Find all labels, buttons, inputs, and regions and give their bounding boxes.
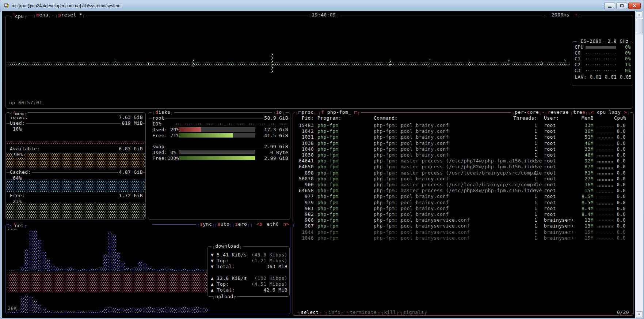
upload-arrow-icon: ▲ [211,275,214,281]
proc-row[interactable]: 1046php-fpmphp-fpm: pool brainyservice.c… [293,235,634,241]
proc-user: root [544,188,556,194]
proc-mem-minigraph [597,196,613,199]
proc-user: root [544,134,556,140]
maximize-button[interactable] [616,3,627,9]
proc-row[interactable]: 64658php-fpmphp-fpm: master process (/et… [293,188,634,194]
interval-decrease-button[interactable]: - [543,12,546,18]
proc-row[interactable]: 64641php-fpmphp-fpm: master process (/et… [293,158,634,164]
proc-row[interactable]: 981php-fpmphp-fpm: pool brainy.conf1root… [293,206,634,211]
close-button[interactable]: ✕ [628,3,641,9]
preset-button[interactable]: preset * [54,12,86,18]
proc-row[interactable]: 64650php-fpmphp-fpm: master process (/et… [293,164,634,170]
tab-mem[interactable]: 2mem [9,109,28,117]
proc-info-button[interactable]: info [325,309,344,315]
mem-available-pct: 90% [13,152,24,158]
proc-row[interactable]: 15483php-fpmphp-fpm: pool brainy.conf1ro… [293,123,634,128]
proc-program: php-fpm [317,194,339,199]
proc-threads: 1 [512,188,537,194]
mem-cached-label: Cached: [10,169,32,175]
cpu-graph-spike [564,59,566,67]
scroll-thumb[interactable] [636,19,643,34]
proc-row[interactable]: 1042php-fpmphp-fpm: pool brainy.conf1roo… [293,128,634,134]
disks-io-toggle[interactable]: io [272,109,286,115]
proc-sort-selector[interactable]: < cpu lazy > [587,109,630,115]
proc-row[interactable]: 900php-fpmphp-fpm: master process (/usr/… [293,182,634,188]
graph-column [20,267,24,271]
disk-free-label: Free:100% [152,155,179,161]
upload-top-row: ▲ Top: [211,281,229,287]
proc-row[interactable]: 987php-fpmphp-fpm: pool brainyservice.co… [293,223,634,229]
scroll-up-icon[interactable]: ▲ [636,11,643,18]
proc-row[interactable]: 979php-fpmphp-fpm: pool brainy.conf1root… [293,200,634,206]
proc-row[interactable]: 1031php-fpmphp-fpm: pool brainy.conf1roo… [293,134,634,140]
proc-reverse-toggle[interactable]: reverse [544,109,572,115]
graph-column [7,270,11,271]
proc-kill-button[interactable]: kill [380,309,400,315]
proc-row[interactable]: 56878php-fpmphp-fpm: pool brainy.conf1ro… [293,176,634,182]
graph-column [117,252,120,271]
graph-column [38,239,41,271]
cpu-graph-spike [311,62,313,65]
proc-user: brainyser+ [544,217,574,223]
proc-row[interactable]: 1044php-fpmphp-fpm: pool brainyservice.c… [293,229,634,235]
proc-mem-minigraph [597,220,613,222]
proc-search-input[interactable]: f php-fpm_ □ [317,109,361,115]
graph-column [90,268,94,271]
proc-select-button[interactable]: select [297,309,323,315]
graph-column [20,297,24,313]
proc-terminate-button[interactable]: terminate [346,309,381,315]
tab-net[interactable]: 3net [9,221,28,229]
proc-user: root [544,200,556,206]
col-user[interactable]: User: [544,115,559,121]
proc-row[interactable]: 977php-fpmphp-fpm: pool brainy.conf1root… [293,194,634,199]
scrollbar[interactable]: ▲ ▼ [635,11,643,318]
proc-tree-toggle[interactable]: tree [569,109,589,115]
proc-pid: 64650 [293,164,314,170]
proc-row[interactable]: 1040php-fpmphp-fpm: pool brainy.conf1roo… [293,146,634,152]
tab-proc[interactable]: □proc [295,109,317,115]
cpu-core-row: CPU0% [573,44,632,50]
proc-row[interactable]: 986php-fpmphp-fpm: pool brainyservice.co… [293,217,634,223]
net-auto-button[interactable]: auto [214,221,233,227]
proc-user: root [544,170,556,176]
graph-column [147,306,151,313]
col-command[interactable]: Command: [374,115,398,121]
col-threads[interactable]: Threads: [512,115,537,121]
cpu-model-header: ┐E5-2680┌┐2.8 GHz┌ [577,38,632,44]
net-next-interface-button[interactable]: n> [283,221,289,227]
proc-row[interactable]: 1030php-fpmphp-fpm: pool brainy.conf1roo… [293,152,634,158]
proc-row[interactable]: 982php-fpmphp-fpm: pool brainy.conf1root… [293,211,634,217]
proc-per-core-toggle[interactable]: per-core [511,109,542,115]
graph-column [200,269,203,271]
proc-row[interactable]: 898php-fpmphp-fpm: master process (/usr/… [293,170,634,176]
net-zero-button[interactable]: zero [231,221,251,227]
proc-signals-button[interactable]: signals [399,309,428,315]
col-program[interactable]: Program: [317,115,342,121]
menu-button[interactable]: menu [33,12,52,18]
proc-command: php-fpm: pool brainy.conf [374,123,449,128]
col-mem[interactable]: MemB [570,115,594,121]
window-titlebar[interactable]: mc [root@ub24.itdeveloper.com.ua]:/lib/s… [0,0,644,11]
proc-sort-next-icon: > [624,109,627,115]
minimize-button[interactable] [604,3,615,9]
tab-cpu[interactable]: 1cpu [9,12,28,19]
cpu-core-row: C10% [573,56,632,62]
graph-column [204,308,208,313]
col-pid[interactable]: Pid: [293,115,314,121]
net-prev-interface-button[interactable]: <b [256,221,262,227]
proc-cpu: 0.0 [614,223,626,229]
net-sync-button[interactable]: sync [196,221,216,227]
proc-cpu: 0.0 [614,211,626,217]
proc-command: php-fpm: pool brainyservice.conf [374,235,470,241]
disk-free-value: 41.5 GiB [256,133,288,139]
tab-disks[interactable]: disks [152,109,174,115]
net-interface-switcher: <b eth0 n> [249,221,296,227]
proc-row[interactable]: 1038php-fpmphp-fpm: pool brainy.conf1roo… [293,140,634,146]
proc-command: php-fpm: pool brainy.conf [374,152,449,158]
scroll-down-icon[interactable]: ▼ [636,311,643,318]
graph-column [165,306,168,313]
mem-free-graph [6,203,145,218]
proc-mem-minigraph [597,191,613,193]
graph-column [178,307,182,313]
col-cpu[interactable]: Cpu% [614,115,626,121]
